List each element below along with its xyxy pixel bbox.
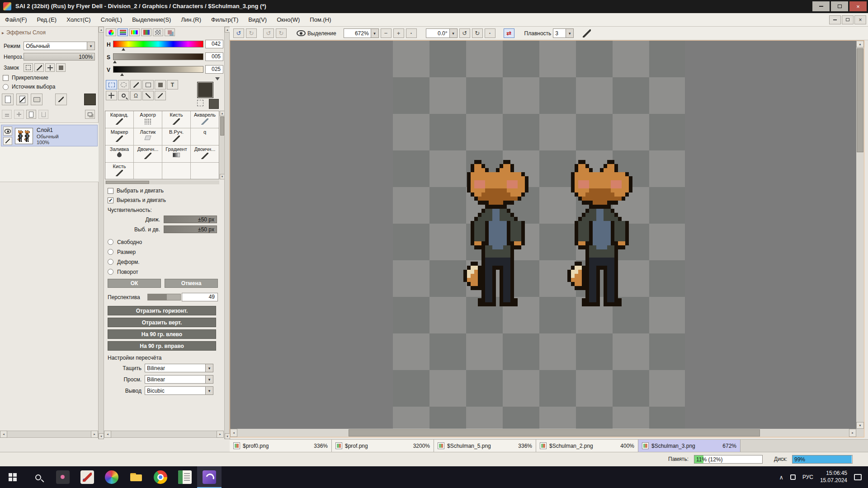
value-value[interactable]: 025 [205, 65, 223, 74]
zoom-reset-icon[interactable]: ▪ [406, 28, 417, 38]
language-indicator[interactable]: РУС [802, 474, 813, 480]
brush-cell[interactable]: Двоичн... [134, 145, 162, 163]
layer-edit-icon[interactable] [3, 137, 12, 145]
zoom-out-icon[interactable]: − [381, 28, 392, 38]
canvas-hscrollbar[interactable]: ◂ ▸ [230, 429, 856, 437]
layer-opacity-slider[interactable]: 100% [24, 53, 95, 61]
menu-item[interactable]: Файл(F) [0, 13, 32, 27]
swap-colors-icon[interactable] [215, 77, 220, 80]
dropdown-icon[interactable]: ▾ [206, 375, 213, 384]
tray-status-icon[interactable] [790, 474, 796, 480]
scroll-left-icon[interactable]: ◂ [230, 429, 237, 437]
radio-icon[interactable] [108, 269, 113, 275]
brush-cell[interactable]: Кисть [105, 163, 134, 179]
document-tab[interactable]: $Schulman_2.png 400% [536, 440, 638, 452]
resample-dropdown[interactable]: Bicubic ▾ [145, 386, 213, 395]
transform-layer-icon[interactable] [55, 94, 67, 105]
value-slider-marker[interactable] [120, 73, 124, 76]
brush-cell[interactable] [191, 163, 219, 179]
hue-slider[interactable] [113, 41, 203, 47]
layer-row-selected[interactable]: Слой1 Обычный 100% [1, 125, 98, 146]
resample-dropdown[interactable]: Bilinear ▾ [145, 364, 213, 372]
select-and-move-checkbox[interactable] [108, 188, 113, 194]
rgb-sliders-icon[interactable] [141, 28, 151, 36]
primary-color-swatch[interactable] [197, 82, 213, 98]
saturation-slider[interactable] [113, 53, 203, 60]
window-minimize-icon[interactable] [812, 1, 830, 11]
brush-scroll-thumb[interactable] [220, 117, 224, 136]
menu-item[interactable]: Ред.(E) [32, 13, 62, 27]
canvas-vscroll-thumb[interactable] [857, 48, 863, 152]
new-folder-icon[interactable] [31, 94, 42, 105]
brush-grid-hscrollbar[interactable] [105, 180, 219, 184]
color-wheel-icon[interactable] [106, 28, 116, 36]
mirror-view-icon[interactable]: ⇄ [504, 28, 514, 38]
clipping-group-icon[interactable] [26, 110, 36, 119]
smoothing-dropdown[interactable]: 3 ▾ [553, 28, 574, 38]
lasso-tool-icon[interactable] [118, 80, 129, 89]
zoom-in-icon[interactable]: + [393, 28, 404, 38]
menu-item[interactable]: Фильтр(T) [206, 13, 243, 27]
current-effect-swatch[interactable] [84, 94, 96, 105]
layer-panel-vscrollbar[interactable]: ▲ ▼ [99, 27, 104, 439]
panel-collapse-icon[interactable]: ▸ [2, 30, 4, 35]
scroll-up-icon[interactable]: ▲ [99, 27, 104, 33]
layer-visibility-icon[interactable] [3, 127, 12, 136]
rotate-cw-icon[interactable]: ↻ [472, 28, 483, 38]
sai2-taskbar-icon[interactable] [197, 466, 222, 488]
perspective-slider[interactable] [147, 294, 181, 300]
swatches-grid-icon[interactable] [153, 28, 163, 36]
transparent-color-icon[interactable] [197, 100, 203, 106]
rotate-view-tool-icon[interactable]: Ω [130, 91, 142, 100]
lock-move-icon[interactable] [45, 63, 55, 72]
window-close-icon[interactable]: × [849, 1, 867, 11]
menu-item[interactable]: Холст(C) [61, 13, 96, 27]
menu-item[interactable]: Окно(W) [272, 13, 305, 27]
transform-button[interactable]: Отразить горизонт. [108, 306, 216, 315]
scroll-left-icon[interactable]: ◂ [0, 431, 7, 438]
dropdown-icon[interactable]: ▾ [450, 28, 458, 38]
tool-panel-hscrollbar[interactable]: ◂ ▸ [104, 431, 224, 438]
tool-panel-vscrollbar[interactable]: ▲ ▼ [224, 27, 230, 439]
ok-button[interactable]: ОК [108, 279, 161, 288]
lock-transparency-icon[interactable] [24, 63, 33, 72]
saturation-value[interactable]: 005 [205, 52, 223, 61]
flip-view-tool-icon[interactable] [142, 91, 154, 100]
secondary-color-swatch[interactable] [209, 99, 219, 109]
menu-item[interactable]: Лин.(R) [176, 13, 206, 27]
new-layer-icon[interactable] [2, 94, 14, 105]
poly-select-tool-icon[interactable] [142, 80, 154, 89]
layer-list-options-icon[interactable] [85, 110, 95, 119]
brush-cell[interactable] [162, 163, 191, 179]
rainbow-bar-icon[interactable] [129, 28, 140, 36]
hsv-sliders-icon[interactable] [118, 28, 128, 36]
angle-reset-icon[interactable]: ▪ [485, 28, 495, 38]
taskbar-clock[interactable]: 15:06:45 15.07.2024 [820, 470, 847, 484]
brush-cell[interactable]: Каранд. [105, 111, 134, 128]
notebook-app-icon[interactable] [173, 466, 197, 488]
layer-panel-hscrollbar[interactable]: ◂ ▸ [0, 431, 98, 438]
move-tool-icon[interactable] [106, 91, 117, 100]
start-button[interactable] [0, 466, 25, 488]
transform-mode-option[interactable]: Деформ. [108, 258, 221, 266]
move-sensitivity-field[interactable]: ±50 px [164, 216, 217, 223]
transform-mode-option[interactable]: Поворот [108, 268, 221, 276]
pin-checkbox[interactable] [3, 75, 9, 81]
scroll-down-icon[interactable]: ▼ [99, 433, 104, 439]
delete-layer-icon[interactable] [38, 110, 48, 119]
cut-and-move-checkbox[interactable]: ✓ [108, 197, 113, 203]
brush-cell[interactable]: Аэрогр [134, 111, 162, 128]
file-explorer-icon[interactable] [124, 466, 148, 488]
sai-brush-app-icon[interactable] [75, 466, 99, 488]
text-tool-icon[interactable]: T [167, 80, 178, 89]
transform-mode-option[interactable]: Размер [108, 248, 221, 256]
document-tab[interactable]: $prof.png 3200% [332, 440, 434, 452]
scroll-left-icon[interactable]: ◂ [104, 431, 111, 438]
brush-cell[interactable]: Акварель [191, 111, 219, 128]
scroll-right-icon[interactable]: ▸ [91, 431, 98, 438]
transform-button[interactable]: На 90 гр. вправо [108, 341, 216, 351]
stamp-tool-icon[interactable] [155, 80, 166, 89]
brush-cell[interactable]: В.Руч. [162, 128, 191, 145]
brush-cell[interactable]: Заливка [105, 145, 134, 163]
resample-dropdown[interactable]: Bilinear ▾ [145, 375, 213, 384]
